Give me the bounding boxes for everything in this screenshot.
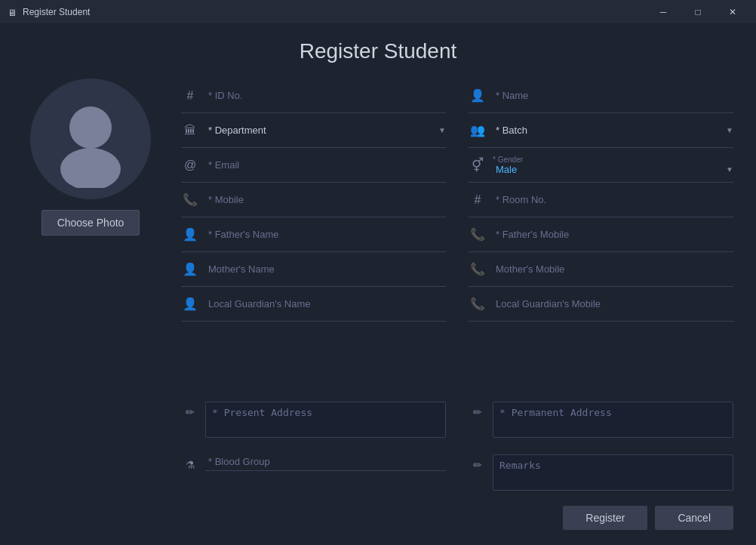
titlebar-title: Register Student — [23, 7, 646, 17]
avatar — [30, 79, 151, 199]
batch-select-wrapper: * Batch ▼ — [493, 123, 733, 137]
svg-text:🖥: 🖥 — [8, 8, 17, 18]
room-no-field: # — [469, 183, 733, 217]
flask-icon: ⚗ — [181, 454, 199, 471]
batch-field: 👥 * Batch ▼ — [469, 113, 733, 148]
group-icon: 👥 — [469, 123, 487, 137]
father-name-input[interactable] — [205, 227, 446, 242]
right-column: 👤 👥 * Batch ▼ — [469, 79, 733, 394]
email-field: @ — [181, 148, 446, 183]
phone-icon: 📞 — [181, 192, 199, 207]
svg-point-2 — [69, 106, 112, 149]
maximize-button[interactable]: □ — [681, 0, 715, 24]
department-dropdown-icon: ▼ — [438, 126, 446, 134]
bottom-row: ✏ ✏ ⚗ ✏ — [181, 397, 733, 495]
batch-select[interactable]: * Batch — [493, 123, 726, 137]
person-icon-father: 👤 — [181, 227, 199, 242]
edit-icon-permanent: ✏ — [469, 402, 487, 418]
gender-field: ⚥ * Gender Male Female Other ▼ — [469, 148, 733, 183]
titlebar: 🖥 Register Student ─ □ ✕ — [0, 0, 756, 24]
phone-icon-father: 📞 — [469, 227, 487, 242]
gender-dropdown-icon: ▼ — [726, 165, 733, 174]
batch-dropdown-icon: ▼ — [726, 126, 733, 134]
guardian-name-field: 👤 — [181, 287, 446, 322]
father-name-field: 👤 — [181, 217, 446, 252]
main-content: Register Student Choose Photo # — [0, 24, 756, 545]
hash-icon: # — [181, 89, 199, 103]
window-controls: ─ □ ✕ — [646, 0, 750, 24]
gender-select[interactable]: Male Female Other — [493, 164, 726, 175]
mobile-input[interactable] — [205, 192, 446, 207]
svg-point-3 — [60, 148, 121, 188]
father-mobile-input[interactable] — [493, 227, 733, 242]
photo-panel: Choose Photo — [23, 79, 158, 495]
id-no-field: # — [181, 79, 446, 113]
present-address-field: ✏ — [181, 397, 446, 442]
guardian-mobile-field: 📞 — [469, 287, 733, 322]
register-button[interactable]: Register — [563, 506, 647, 530]
phone-icon-guardian: 📞 — [469, 297, 487, 311]
mobile-field: 📞 — [181, 183, 446, 217]
remarks-input[interactable] — [493, 454, 733, 491]
at-icon: @ — [181, 159, 199, 172]
fields-grid: # 🏛 * Department ▼ — [181, 79, 733, 394]
phone-icon-mother: 📞 — [469, 262, 487, 276]
minimize-button[interactable]: ─ — [646, 0, 681, 24]
name-input[interactable] — [493, 88, 733, 103]
mother-mobile-input[interactable] — [493, 262, 733, 276]
person-icon-guardian: 👤 — [181, 297, 199, 311]
blood-group-input[interactable] — [205, 454, 446, 471]
mother-name-input[interactable] — [205, 262, 446, 276]
permanent-address-field: ✏ — [469, 397, 733, 442]
close-button[interactable]: ✕ — [715, 0, 750, 24]
email-input[interactable] — [205, 158, 446, 172]
present-address-input[interactable] — [205, 402, 446, 438]
gender-select-wrapper: Male Female Other ▼ — [493, 164, 733, 175]
guardian-name-input[interactable] — [205, 297, 446, 311]
mother-mobile-field: 📞 — [469, 252, 733, 287]
avatar-svg — [41, 90, 140, 188]
page-title: Register Student — [23, 39, 733, 63]
id-no-input[interactable] — [205, 88, 446, 103]
form-fields: # 🏛 * Department ▼ — [181, 79, 733, 495]
hash-icon-room: # — [469, 193, 487, 207]
father-mobile-field: 📞 — [469, 217, 733, 252]
room-no-input[interactable] — [493, 192, 733, 207]
edit-icon-remarks: ✏ — [469, 454, 487, 471]
edit-icon-present: ✏ — [181, 402, 199, 418]
app-icon: 🖥 — [6, 6, 18, 18]
mother-name-field: 👤 — [181, 252, 446, 287]
building-icon: 🏛 — [181, 124, 199, 137]
person-icon-name: 👤 — [469, 88, 487, 103]
name-field: 👤 — [469, 79, 733, 113]
remarks-field: ✏ — [469, 450, 733, 495]
guardian-mobile-input[interactable] — [493, 297, 733, 311]
person-icon-mother: 👤 — [181, 262, 199, 276]
department-select-wrapper: * Department ▼ — [205, 123, 446, 137]
gender-icon: ⚥ — [469, 157, 487, 174]
department-field: 🏛 * Department ▼ — [181, 113, 446, 148]
form-area: Choose Photo # 🏛 * De — [23, 79, 733, 495]
permanent-address-input[interactable] — [493, 402, 733, 438]
left-column: # 🏛 * Department ▼ — [181, 79, 446, 394]
choose-photo-button[interactable]: Choose Photo — [41, 210, 140, 236]
blood-group-field: ⚗ — [181, 450, 446, 495]
action-bar: Register Cancel — [23, 506, 733, 537]
department-select[interactable]: * Department — [205, 123, 438, 137]
cancel-button[interactable]: Cancel — [655, 506, 733, 530]
